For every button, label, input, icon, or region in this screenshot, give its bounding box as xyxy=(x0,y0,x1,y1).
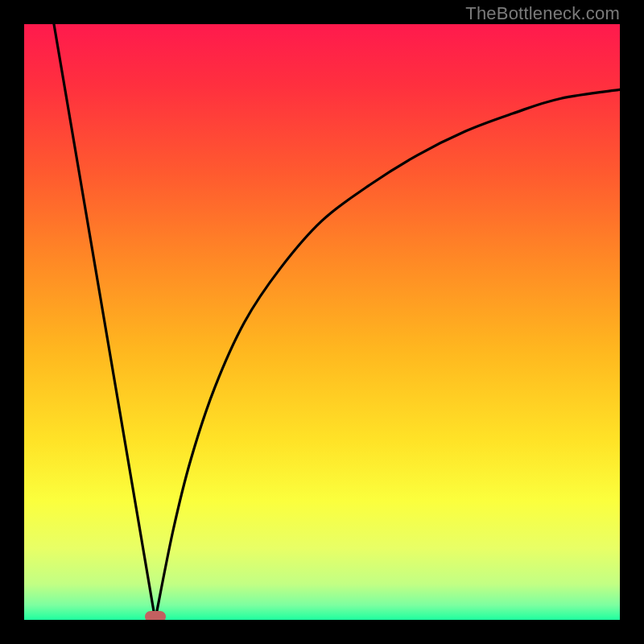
watermark-text: TheBottleneck.com xyxy=(465,3,620,24)
bottleneck-curve xyxy=(24,24,620,620)
vertex-marker xyxy=(145,611,166,620)
chart-frame: TheBottleneck.com xyxy=(0,0,644,644)
plot-area xyxy=(24,24,620,620)
